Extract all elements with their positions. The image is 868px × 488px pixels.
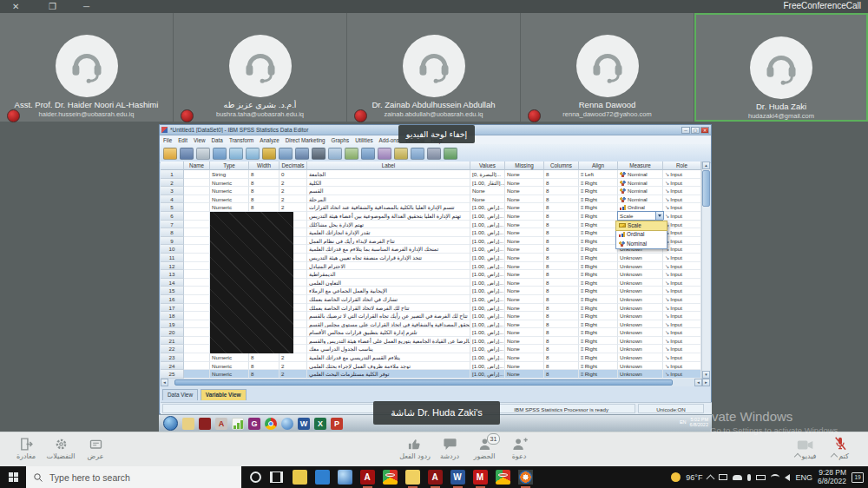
cell-values[interactable]: [1.00, راض]... bbox=[470, 353, 505, 362]
measure-combo[interactable]: Scale bbox=[618, 212, 663, 220]
preferences-button[interactable]: التفضيلات bbox=[43, 436, 78, 460]
cell-align[interactable]: ≡Right bbox=[579, 279, 618, 287]
cell-type[interactable]: String bbox=[210, 170, 249, 179]
cell-label[interactable]: تمنحك الإدارة الفرصة المناسبة بما يتلاءم… bbox=[307, 245, 470, 254]
cell-width[interactable]: 8 bbox=[249, 179, 279, 188]
column-header[interactable]: Measure bbox=[618, 162, 663, 170]
chrome-icon[interactable] bbox=[383, 470, 398, 485]
cell-n[interactable]: 11 bbox=[161, 254, 184, 262]
cell-nm[interactable] bbox=[184, 362, 210, 371]
cell-nm[interactable] bbox=[184, 353, 210, 362]
cell-measure[interactable]: Unknown bbox=[618, 345, 663, 353]
cell-values[interactable]: [1.00, راض]... bbox=[470, 279, 505, 287]
cell-cols[interactable]: 8 bbox=[544, 221, 579, 229]
cell-values[interactable]: [1.00, راض]... bbox=[470, 287, 505, 295]
acrobat-reader-icon[interactable]: A bbox=[428, 470, 443, 485]
cell-missing[interactable]: None bbox=[505, 345, 544, 353]
menu-transform[interactable]: Transform bbox=[229, 137, 253, 143]
cell-label[interactable]: تتاح الفرصة لإبداء رأيك في نظام العمل bbox=[307, 237, 470, 246]
column-header[interactable]: Missing bbox=[505, 162, 544, 170]
hscroll-left-icon[interactable]: ◄ bbox=[161, 379, 168, 386]
cell-n[interactable]: 10 bbox=[161, 245, 184, 254]
cell-n[interactable]: 1 bbox=[161, 170, 184, 179]
cell-role[interactable]: ↘Input bbox=[663, 304, 701, 313]
cell-cols[interactable]: 8 bbox=[544, 195, 579, 204]
cell-values[interactable]: [1.00, راض]... bbox=[470, 312, 505, 320]
save-icon[interactable] bbox=[180, 148, 194, 160]
cell-values[interactable]: [1.00, راض]... bbox=[470, 304, 505, 313]
cell-missing[interactable]: None bbox=[505, 304, 544, 313]
cell-role[interactable]: ↘Input bbox=[663, 287, 701, 295]
cell-values[interactable]: [1.00, راض]... bbox=[470, 254, 505, 262]
undo-icon[interactable] bbox=[229, 148, 243, 160]
cell-measure[interactable]: Unknown bbox=[618, 254, 663, 262]
cell-label[interactable]: الاحترام المتبادل bbox=[307, 262, 470, 271]
cell-n[interactable]: 21 bbox=[161, 337, 184, 346]
weather-temp[interactable]: 96°F bbox=[686, 473, 702, 482]
cell-dec[interactable]: 2 bbox=[279, 179, 307, 188]
notification-center-icon[interactable]: 19 bbox=[852, 472, 864, 483]
cell-role[interactable]: ↘Input bbox=[663, 270, 701, 279]
column-header[interactable]: Decimals bbox=[279, 162, 307, 170]
cell-cols[interactable]: 8 bbox=[544, 179, 579, 188]
cell-values[interactable]: None bbox=[470, 195, 505, 204]
menu-data[interactable]: Data bbox=[212, 137, 223, 143]
cell-measure[interactable]: Unknown bbox=[618, 370, 663, 379]
cell-values[interactable]: [1.00, راض]... bbox=[470, 270, 505, 279]
cell-nm[interactable] bbox=[184, 345, 210, 353]
column-header[interactable]: Name bbox=[184, 162, 210, 170]
open-data-icon[interactable] bbox=[163, 148, 177, 160]
cell-role[interactable]: ↘Input bbox=[663, 328, 701, 337]
freeconferencecall-icon[interactable] bbox=[518, 470, 533, 485]
cell-role[interactable]: ↘Input bbox=[663, 353, 701, 362]
reactions-button[interactable]: ردود الفعل bbox=[398, 436, 432, 460]
cell-nm[interactable] bbox=[184, 187, 210, 195]
cell-dec[interactable]: 2 bbox=[279, 370, 307, 379]
cell-align[interactable]: ≡Right bbox=[579, 287, 618, 295]
column-header[interactable]: Type bbox=[210, 162, 249, 170]
hscroll-right-icon[interactable]: ► bbox=[702, 379, 710, 386]
cell-type[interactable]: Numeric bbox=[210, 370, 249, 379]
show-variables-icon[interactable] bbox=[427, 148, 441, 160]
print-icon[interactable] bbox=[196, 148, 210, 160]
cell-cols[interactable]: 8 bbox=[544, 312, 579, 320]
cell-measure[interactable]: Scale bbox=[618, 212, 663, 221]
cell-nm[interactable] bbox=[184, 221, 210, 229]
cell-measure[interactable]: Nominal bbox=[618, 179, 663, 188]
cell-values[interactable]: [1.00, راض]... bbox=[470, 370, 505, 379]
cell-missing[interactable]: None bbox=[505, 179, 544, 188]
participant-tile[interactable]: Dr. Huda Zakihudazaki4@gmail.com bbox=[694, 13, 868, 122]
cell-cols[interactable]: 8 bbox=[544, 328, 579, 337]
attendees-button[interactable]: 31 الحضور bbox=[467, 436, 502, 460]
cell-type[interactable]: Numeric bbox=[210, 353, 249, 362]
cell-cols[interactable]: 8 bbox=[544, 295, 579, 304]
view-button[interactable]: عرض bbox=[78, 436, 113, 460]
dropdown-option[interactable]: Ordinal bbox=[616, 230, 667, 240]
cell-role[interactable]: ↘Input bbox=[663, 245, 701, 254]
column-header[interactable]: Width bbox=[249, 162, 279, 170]
cell-cols[interactable]: 8 bbox=[544, 212, 579, 221]
cell-missing[interactable]: None bbox=[505, 228, 544, 237]
cell-width[interactable]: 8 bbox=[249, 362, 279, 371]
recall-dialog-icon[interactable] bbox=[213, 148, 227, 160]
cell-cols[interactable]: 8 bbox=[544, 287, 579, 295]
leave-button[interactable]: مغادرة bbox=[9, 436, 43, 460]
cell-measure[interactable]: Unknown bbox=[618, 262, 663, 271]
spss-maximize-icon[interactable]: ▢ bbox=[691, 127, 700, 134]
powerpoint-icon[interactable]: P bbox=[331, 418, 343, 430]
cell-values[interactable]: [1.00, راض]... bbox=[470, 262, 505, 271]
cell-nm[interactable] bbox=[184, 245, 210, 254]
onedrive-icon[interactable] bbox=[733, 475, 742, 480]
cell-label[interactable]: تقدر الإدارة انجازاتك العلمية bbox=[307, 228, 470, 237]
cell-missing[interactable]: None bbox=[505, 328, 544, 337]
cell-values[interactable]: [1.00, راض]... bbox=[470, 362, 505, 371]
cell-n[interactable]: 23 bbox=[161, 353, 184, 362]
cell-label[interactable]: تتخذ الإدارة قرارات منصفة تجاه تعيين هيئ… bbox=[307, 254, 470, 262]
cell-align[interactable]: ≡Right bbox=[579, 237, 618, 246]
word-icon[interactable]: W bbox=[450, 470, 465, 485]
start-orb-icon[interactable] bbox=[163, 416, 178, 431]
pc-icon[interactable] bbox=[315, 470, 330, 485]
cell-measure[interactable]: Unknown bbox=[618, 287, 663, 295]
redo-icon[interactable] bbox=[246, 148, 260, 160]
camera-button[interactable]: فيديو bbox=[788, 436, 823, 460]
